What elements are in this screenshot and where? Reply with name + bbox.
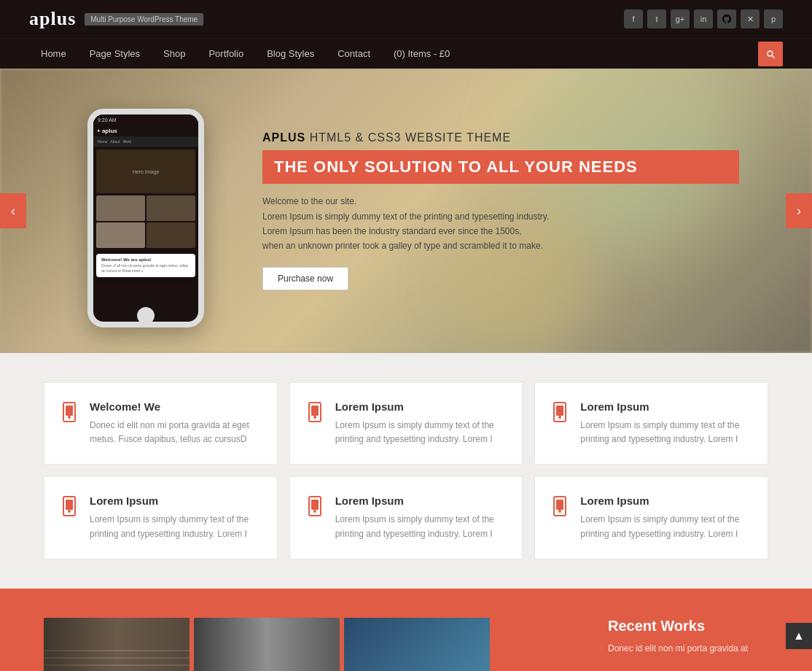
feature-title-3: Lorem Ipsum	[90, 494, 262, 507]
feature-icon-2	[550, 400, 570, 427]
social-linkedin[interactable]: in	[694, 9, 713, 28]
feature-icon-1	[305, 400, 325, 427]
nav-cart[interactable]: (0) Items - £0	[382, 39, 461, 69]
hero-text: APLUS HTML5 & CSS3 WEBSITE THEME THE ONL…	[262, 131, 739, 290]
feature-body-0: Welcome! We Donec id elit non mi porta g…	[90, 400, 262, 446]
feature-body-1: Lorem Ipsum Lorem Ipsum is simply dummy …	[335, 400, 508, 446]
work-img-2-overlay	[194, 618, 340, 671]
hero-slider: ‹ 9:20 AM + aplus Home About Work	[0, 69, 812, 353]
social-twitter[interactable]: t	[647, 9, 666, 28]
phone-time: 9:20 AM	[98, 117, 117, 123]
search-button[interactable]	[758, 42, 783, 66]
phone-nav-item1: Home	[98, 139, 107, 144]
feature-icon-4	[305, 494, 325, 521]
logo-tagline: Multi Purpose WordPress Theme	[85, 13, 203, 26]
phone-screen-icon-4	[311, 500, 319, 510]
hero-subtitle: APLUS HTML5 & CSS3 WEBSITE THEME	[262, 131, 739, 144]
feature-body-4: Lorem Ipsum Lorem Ipsum is simply dummy …	[335, 494, 508, 540]
phone-screen-icon-5	[556, 500, 563, 510]
phone-screen-icon-1	[311, 406, 319, 416]
feature-text-3: Lorem Ipsum is simply dummy text of the …	[90, 513, 262, 540]
search-icon	[765, 49, 776, 59]
phone-logo-text: + aplus	[97, 128, 117, 134]
next-icon: ›	[797, 203, 801, 219]
phone-screen-icon-3	[66, 500, 73, 510]
phone-nav-mini: Home About Work	[93, 136, 198, 147]
feature-icon-3	[59, 494, 79, 521]
social-pinterest[interactable]: p	[764, 9, 783, 28]
feature-text-5: Lorem Ipsum is simply dummy text of the …	[580, 513, 753, 540]
phone-icon-2	[553, 402, 566, 422]
work-image-3	[344, 618, 490, 671]
phone-grid-img4	[147, 222, 195, 248]
hero-body: Welcome to the our site. Lorem Ipsum is …	[262, 194, 739, 254]
phone-home-button	[137, 307, 155, 325]
feature-body-3: Lorem Ipsum Lorem Ipsum is simply dummy …	[90, 494, 262, 540]
social-facebook[interactable]: f	[624, 9, 643, 28]
social-github[interactable]	[717, 9, 736, 28]
feature-title-1: Lorem Ipsum	[335, 400, 508, 413]
phone-grid-img1	[96, 195, 145, 221]
hero-title-banner: THE ONLY SOLUTION TO ALL YOUR NEEDS	[262, 150, 739, 184]
phone-bubble-area: Welcome! We are aplus! Donec, if all non…	[93, 251, 198, 280]
header-top: aplus Multi Purpose WordPress Theme f t …	[0, 0, 812, 38]
nav-links: Home Page Styles Shop Portfolio Blog Sty…	[29, 39, 461, 69]
phone-icon-3	[63, 496, 76, 516]
slider-next-button[interactable]: ›	[786, 193, 812, 228]
phone-outer: 9:20 AM + aplus Home About Work Hero Ima…	[87, 109, 204, 327]
nav-portfolio[interactable]: Portfolio	[197, 39, 255, 69]
hero-subtitle-rest: HTML5 & CSS3 WEBSITE THEME	[310, 131, 511, 144]
prev-icon: ‹	[11, 203, 15, 219]
feature-card-5: Lorem Ipsum Lorem Ipsum is simply dummy …	[534, 476, 768, 559]
feature-card-4: Lorem Ipsum Lorem Ipsum is simply dummy …	[289, 476, 523, 559]
feature-body-5: Lorem Ipsum Lorem Ipsum is simply dummy …	[580, 494, 753, 540]
feature-title-4: Lorem Ipsum	[335, 494, 508, 507]
phone-img-grid	[96, 195, 195, 248]
works-images: ‹ ›	[44, 618, 593, 671]
phone-icon-0	[63, 402, 76, 422]
nav-contact[interactable]: Contact	[326, 39, 382, 69]
work-image-1	[44, 618, 190, 671]
phone-grid-img2	[147, 195, 195, 221]
feature-card-2: Lorem Ipsum Lorem Ipsum is simply dummy …	[534, 382, 768, 465]
phone-screen-header: 9:20 AM	[93, 115, 198, 125]
phone-icon-1	[308, 402, 321, 422]
social-google[interactable]: g+	[671, 9, 690, 28]
nav-shop[interactable]: Shop	[152, 39, 197, 69]
phone-screen-icon	[66, 406, 73, 416]
scroll-top-icon: ▲	[793, 629, 805, 643]
feature-title-2: Lorem Ipsum	[580, 400, 753, 413]
works-desc: Donec id elit non mi porta gravida at	[608, 642, 768, 656]
feature-title-5: Lorem Ipsum	[580, 494, 753, 507]
features-section: Welcome! We Donec id elit non mi porta g…	[0, 353, 812, 589]
logo: aplus	[29, 8, 76, 30]
social-icons: f t g+ in ✕ p	[624, 9, 783, 28]
hero-body-line2: Lorem Ipsum is simply dummy text of the …	[262, 209, 739, 224]
feature-icon-0	[59, 400, 79, 427]
phone-grid-img3	[96, 222, 145, 248]
logo-area: aplus Multi Purpose WordPress Theme	[29, 8, 203, 30]
works-title: Recent Works	[608, 618, 768, 635]
purchase-button[interactable]: Purchase now	[262, 267, 348, 290]
feature-card-1: Lorem Ipsum Lorem Ipsum is simply dummy …	[289, 382, 523, 465]
phone-screen: 9:20 AM + aplus Home About Work Hero Ima…	[93, 115, 198, 322]
phone-nav-item3: Work	[122, 139, 131, 144]
work-img-3-overlay	[344, 618, 490, 671]
phone-hero-img: Hero Image	[96, 150, 195, 193]
work-image-2	[194, 618, 340, 671]
nav-page-styles[interactable]: Page Styles	[78, 39, 152, 69]
hero-content: 9:20 AM + aplus Home About Work Hero Ima…	[0, 69, 812, 353]
feature-text-1: Lorem Ipsum is simply dummy text of the …	[335, 419, 508, 446]
nav-home[interactable]: Home	[29, 39, 78, 69]
feature-text-0: Donec id elit non mi porta gravida at eg…	[90, 419, 262, 446]
phone-bubble-text: Donec, if all non mi porta gravida at eg…	[101, 263, 190, 274]
phone-icon-5	[553, 496, 566, 516]
nav-blog-styles[interactable]: Blog Styles	[255, 39, 326, 69]
phone-bubble: Welcome! We are aplus! Donec, if all non…	[96, 254, 195, 277]
scroll-top-button[interactable]: ▲	[786, 623, 812, 649]
feature-title-0: Welcome! We	[90, 400, 262, 413]
slider-prev-button[interactable]: ‹	[0, 193, 26, 228]
phone-content: Hero Image	[93, 147, 198, 251]
nav-bar: Home Page Styles Shop Portfolio Blog Sty…	[0, 38, 812, 69]
social-x[interactable]: ✕	[741, 9, 760, 28]
